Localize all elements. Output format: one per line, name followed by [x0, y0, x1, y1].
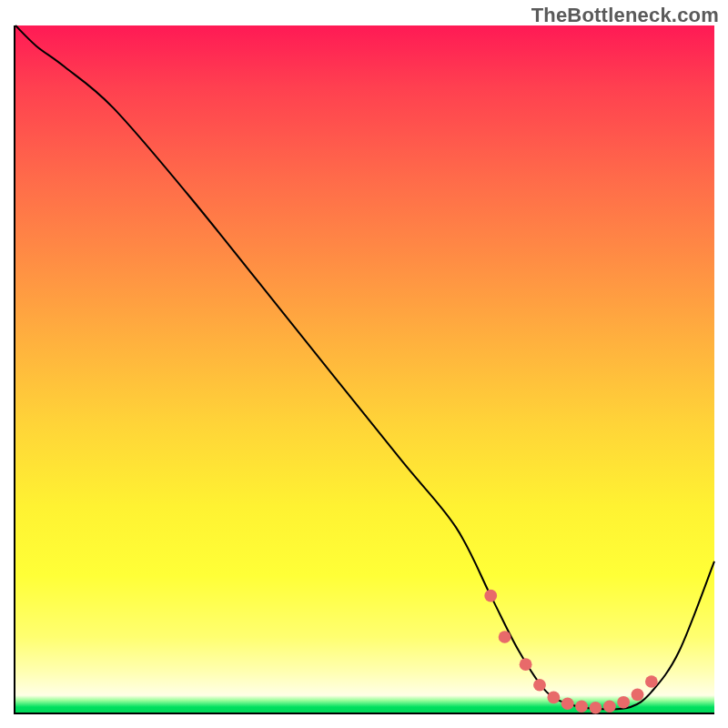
svg-point-5 [561, 697, 574, 710]
svg-point-7 [590, 702, 602, 714]
marker-dots [484, 590, 657, 714]
svg-point-9 [617, 696, 630, 709]
plot-area [14, 25, 714, 714]
svg-point-8 [603, 700, 616, 713]
svg-point-3 [533, 679, 546, 692]
svg-point-0 [484, 590, 497, 602]
chart-canvas: TheBottleneck.com [0, 0, 728, 728]
svg-point-4 [547, 692, 560, 704]
svg-point-6 [575, 700, 588, 713]
watermark-text: TheBottleneck.com [531, 4, 719, 27]
curve-line [15, 25, 714, 709]
chart-svg [15, 25, 714, 713]
svg-point-2 [520, 658, 532, 671]
svg-point-1 [499, 631, 511, 643]
svg-point-10 [632, 689, 644, 702]
svg-point-11 [645, 675, 658, 688]
